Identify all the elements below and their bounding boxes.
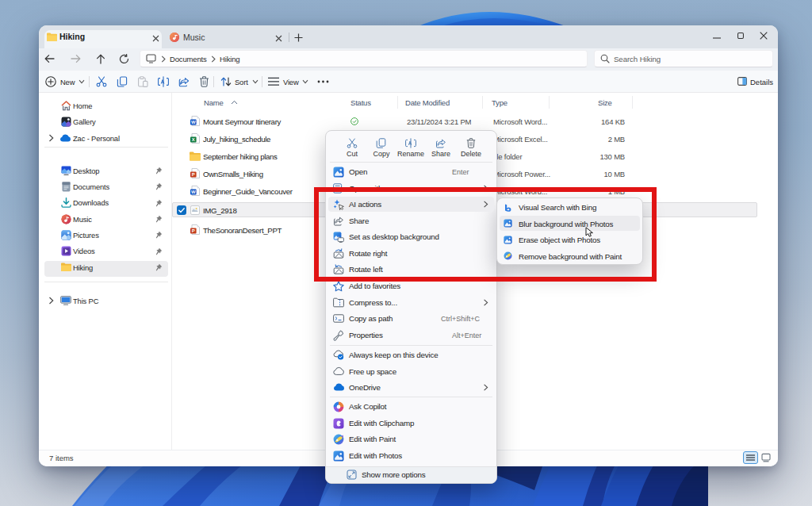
svg-text:X: X <box>192 137 195 142</box>
svg-text:P: P <box>192 228 195 233</box>
svg-text:W: W <box>191 120 196 125</box>
svg-text:P: P <box>192 172 195 177</box>
svg-text:W: W <box>191 190 196 194</box>
